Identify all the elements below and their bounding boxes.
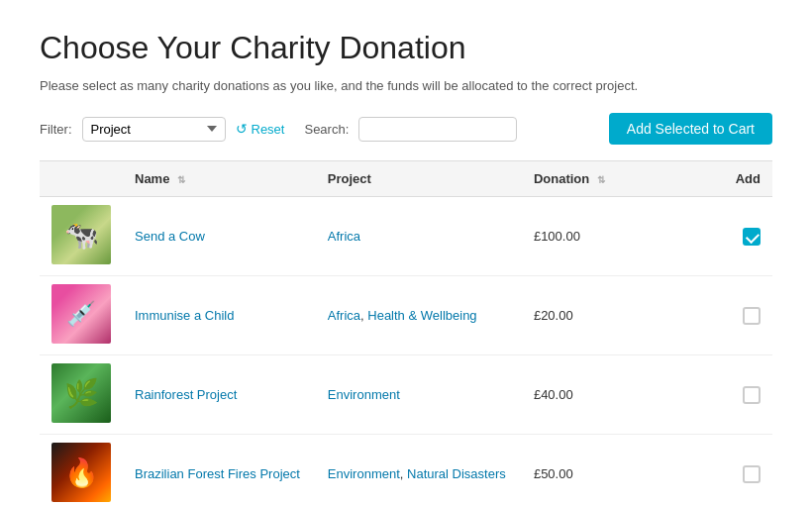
checkbox-cell bbox=[653, 465, 761, 483]
brazilian-forest-fires-link[interactable]: Brazilian Forest Fires Project bbox=[135, 466, 300, 481]
send-a-cow-project-0-link[interactable]: Africa bbox=[328, 229, 360, 244]
row-project-cell: Africa, Health & Wellbeing bbox=[316, 276, 522, 355]
toolbar: Filter: ProjectAfricaEnvironmentHealth &… bbox=[40, 113, 772, 145]
table-header-row: Name ⇅ Project Donation ⇅ Add bbox=[40, 161, 772, 197]
rainforest-project-image bbox=[51, 363, 111, 423]
immunise-a-child-project-1-link[interactable]: Health & Wellbeing bbox=[367, 308, 476, 323]
search-label: Search: bbox=[304, 122, 349, 137]
brazilian-forest-fires-project-0-link[interactable]: Environment bbox=[328, 466, 400, 481]
row-add-cell bbox=[641, 435, 772, 507]
add-to-cart-button-top[interactable]: Add Selected to Cart bbox=[609, 113, 772, 145]
rainforest-project-project-0-link[interactable]: Environment bbox=[328, 387, 400, 402]
row-add-cell bbox=[641, 276, 772, 355]
table-row: Send a CowAfrica£100.00 bbox=[40, 197, 772, 276]
row-name-cell: Immunise a Child bbox=[123, 276, 316, 355]
immunise-a-child-link[interactable]: Immunise a Child bbox=[135, 308, 234, 323]
donation-sort-icon[interactable]: ⇅ bbox=[597, 174, 605, 185]
checkbox-cell bbox=[653, 307, 761, 325]
rainforest-project-link[interactable]: Rainforest Project bbox=[135, 387, 237, 402]
search-input[interactable] bbox=[358, 117, 517, 142]
name-sort-icon[interactable]: ⇅ bbox=[177, 174, 185, 185]
checkbox-cell bbox=[653, 228, 761, 246]
table-row: Brazilian Forest Fires ProjectEnvironmen… bbox=[40, 435, 772, 507]
row-donation-cell: £100.00 bbox=[522, 197, 641, 276]
col-add-header: Add bbox=[641, 161, 772, 197]
reset-button[interactable]: ↺ Reset bbox=[236, 121, 285, 137]
immunise-a-child-checkbox[interactable] bbox=[743, 307, 761, 325]
row-donation-cell: £40.00 bbox=[522, 355, 641, 435]
row-name-cell: Brazilian Forest Fires Project bbox=[123, 435, 316, 507]
col-project-header: Project bbox=[316, 161, 522, 197]
immunise-a-child-image bbox=[51, 284, 111, 344]
row-donation-cell: £50.00 bbox=[522, 435, 641, 507]
row-project-cell: Africa bbox=[316, 197, 522, 276]
row-image-cell bbox=[40, 197, 123, 276]
col-img-header bbox=[40, 161, 123, 197]
row-add-cell bbox=[641, 355, 772, 435]
table-row: Immunise a ChildAfrica, Health & Wellbei… bbox=[40, 276, 772, 355]
row-donation-cell: £20.00 bbox=[522, 276, 641, 355]
col-name-header: Name ⇅ bbox=[123, 161, 316, 197]
rainforest-project-checkbox[interactable] bbox=[743, 386, 761, 404]
checkbox-cell bbox=[653, 386, 761, 404]
reset-icon: ↺ bbox=[236, 121, 248, 137]
row-name-cell: Rainforest Project bbox=[123, 355, 316, 435]
row-project-cell: Environment, Natural Disasters bbox=[316, 435, 522, 507]
row-image-cell bbox=[40, 355, 123, 435]
page-subtitle: Please select as many charity donations … bbox=[40, 78, 772, 93]
immunise-a-child-project-0-link[interactable]: Africa bbox=[328, 308, 360, 323]
send-a-cow-link[interactable]: Send a Cow bbox=[135, 229, 205, 244]
col-donation-header: Donation ⇅ bbox=[522, 161, 641, 197]
reset-label: Reset bbox=[252, 122, 285, 137]
row-image-cell bbox=[40, 276, 123, 355]
brazilian-forest-fires-image bbox=[51, 443, 111, 502]
row-name-cell: Send a Cow bbox=[123, 197, 316, 276]
row-image-cell bbox=[40, 435, 123, 507]
send-a-cow-image bbox=[51, 205, 111, 264]
row-project-cell: Environment bbox=[316, 355, 522, 435]
row-add-cell bbox=[641, 197, 772, 276]
table-row: Rainforest ProjectEnvironment£40.00 bbox=[40, 355, 772, 435]
send-a-cow-checkbox[interactable] bbox=[743, 228, 761, 246]
brazilian-forest-fires-checkbox[interactable] bbox=[743, 465, 761, 483]
page-title: Choose Your Charity Donation bbox=[40, 30, 772, 66]
filter-select[interactable]: ProjectAfricaEnvironmentHealth & Wellbei… bbox=[82, 117, 226, 142]
charity-table: Name ⇅ Project Donation ⇅ Add Send a Cow… bbox=[40, 160, 772, 506]
brazilian-forest-fires-project-1-link[interactable]: Natural Disasters bbox=[407, 466, 506, 481]
filter-label: Filter: bbox=[40, 122, 72, 137]
